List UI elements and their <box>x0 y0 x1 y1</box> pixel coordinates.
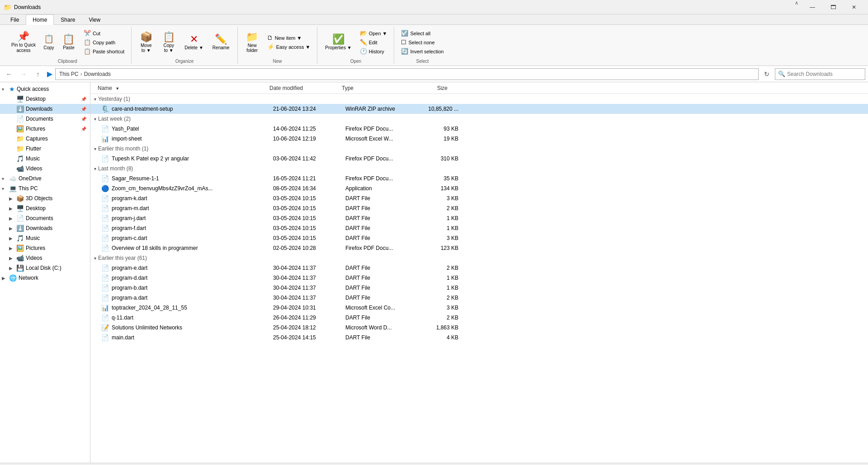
up-button[interactable]: ↑ <box>32 68 44 80</box>
pin-to-quick-access-button[interactable]: 📌 Pin to Quickaccess <box>7 28 40 57</box>
paste-button[interactable]: 📋 Paste <box>58 28 80 57</box>
view-large-button[interactable]: ⊞ <box>853 464 863 465</box>
sidebar-item-captures-qa[interactable]: 📁 Captures <box>0 134 90 144</box>
sidebar-item-network[interactable]: ▶ 🌐 Network <box>0 273 90 283</box>
select-none-button[interactable]: ☐ Select none <box>398 38 447 47</box>
sidebar-item-videos-pc[interactable]: ▶ 📹 Videos <box>0 253 90 263</box>
table-row[interactable]: 📄 q-11.dart 26-04-2024 11:29 DART File 2… <box>90 313 868 323</box>
sidebar-item-this-pc[interactable]: ▾ 💻 This PC <box>0 183 90 193</box>
file-name: program-k.dart <box>112 195 147 202</box>
view-details-button[interactable]: ☰ <box>841 464 851 465</box>
edit-button[interactable]: ✏️ Edit <box>357 38 391 47</box>
forward-button[interactable]: → <box>17 68 30 80</box>
properties-button[interactable]: ✅ Properties ▼ <box>321 28 355 57</box>
sidebar-item-documents-pc[interactable]: ▶ 📄 Documents <box>0 213 90 223</box>
col-header-name[interactable]: Name ▼ <box>94 83 266 93</box>
sidebar-item-downloads-pc[interactable]: ▶ ⬇️ Downloads <box>0 223 90 233</box>
sidebar-item-desktop-pc[interactable]: ▶ 🖥️ Desktop <box>0 203 90 213</box>
sidebar-item-documents-qa[interactable]: 📄 Documents 📌 <box>0 114 90 124</box>
table-row[interactable]: 🔵 Zoom_cm_foenvugMbs4zZ9vrZo4_mAs... 08-… <box>90 183 868 193</box>
new-label: New <box>241 58 314 64</box>
sidebar-item-pictures-qa[interactable]: 🖼️ Pictures 📌 <box>0 124 90 134</box>
col-header-size[interactable]: Size <box>410 83 451 93</box>
col-header-date[interactable]: Date modified <box>266 83 338 93</box>
clipboard-buttons: 📌 Pin to Quickaccess 📋 Copy 📋 Paste <box>7 27 127 58</box>
sidebar-item-local-disk[interactable]: ▶ 💾 Local Disk (C:) <box>0 263 90 273</box>
col-header-type[interactable]: Type <box>338 83 410 93</box>
table-row[interactable]: 📄 Overview of 18 skills in programmer 02… <box>90 243 868 253</box>
addressbar[interactable]: This PC › Downloads <box>55 68 759 80</box>
table-row[interactable]: 📄 program-m.dart 03-05-2024 10:15 DART F… <box>90 203 868 213</box>
tab-home[interactable]: Home <box>26 14 54 25</box>
table-row[interactable]: 📊 import-sheet 10-06-2024 12:19 Microsof… <box>90 134 868 144</box>
table-row[interactable]: 📄 program-d.dart 30-04-2024 11:37 DART F… <box>90 273 868 283</box>
file-name: q-11.dart <box>112 315 133 321</box>
sidebar-item-videos-qa[interactable]: 📹 Videos <box>0 164 90 174</box>
refresh-button[interactable]: ↻ <box>760 68 773 80</box>
table-row[interactable]: 📄 Tupesh K Patel exp 2 yr angular 03-06-… <box>90 154 868 164</box>
tab-share[interactable]: Share <box>54 14 82 25</box>
table-row[interactable]: 📝 Solutions Unlimited Networks 25-04-202… <box>90 323 868 333</box>
table-row[interactable]: 📄 program-a.dart 30-04-2024 11:37 DART F… <box>90 293 868 303</box>
copy-path-button[interactable]: 📋 Copy path <box>80 38 127 47</box>
cut-button[interactable]: ✂️ Cut <box>80 29 127 38</box>
delete-button[interactable]: ✕ Delete ▼ <box>180 28 208 57</box>
sidebar-item-downloads-qa[interactable]: ⬇️ Downloads 📌 <box>0 104 90 114</box>
quick-access-label: Quick access <box>17 86 86 92</box>
table-row[interactable]: 📄 Yash_Patel 14-06-2024 11:25 Firefox PD… <box>90 124 868 134</box>
new-group: 📁 Newfolder 🗋 New item ▼ ⚡ Easy access ▼… <box>238 27 318 64</box>
rename-button[interactable]: ✏️ Rename <box>208 28 234 57</box>
tab-file[interactable]: File <box>4 14 26 25</box>
sidebar-item-3d-objects[interactable]: ▶ 📦 3D Objects <box>0 193 90 203</box>
table-row[interactable]: 📄 program-b.dart 30-04-2024 11:37 DART F… <box>90 283 868 293</box>
file-date: 02-05-2024 10:28 <box>273 245 345 251</box>
paste-shortcut-button[interactable]: 📋 Paste shortcut <box>80 47 127 56</box>
qa-expand-icon: ▾ <box>2 87 7 92</box>
sidebar-item-pictures-pc[interactable]: ▶ 🖼️ Pictures <box>0 243 90 253</box>
file-name: program-d.dart <box>112 275 147 281</box>
table-row[interactable]: 📄 Sagar_Resume-1-1 16-05-2024 11:21 Fire… <box>90 174 868 183</box>
group-earlier-year[interactable]: ▾ Earlier this year (61) <box>90 253 868 263</box>
tab-view[interactable]: View <box>82 14 107 25</box>
group-yesterday[interactable]: ▾ Yesterday (1) <box>90 94 868 104</box>
copy-to-button[interactable]: 📋 Copyto ▼ <box>158 28 179 57</box>
open-label: Open <box>321 58 390 64</box>
group-last-month[interactable]: ▾ Last month (8) <box>90 164 868 174</box>
ribbon-collapse-btn[interactable]: ∧ <box>791 0 802 14</box>
easy-access-button[interactable]: ⚡ Easy access ▼ <box>264 42 314 52</box>
sidebar-item-desktop-qa[interactable]: 🖥️ Desktop 📌 <box>0 94 90 104</box>
new-item-button[interactable]: 🗋 New item ▼ <box>264 33 314 42</box>
sidebar-item-flutter-qa[interactable]: 📁 Flutter <box>0 144 90 154</box>
sidebar-item-quick-access[interactable]: ▾ ★ Quick access <box>0 84 90 94</box>
group-earlier-month[interactable]: ▾ Earlier this month (1) <box>90 144 868 154</box>
history-button[interactable]: 🕐 History <box>357 47 391 56</box>
file-date: 03-05-2024 10:15 <box>273 235 345 241</box>
table-row[interactable]: 📄 program-c.dart 03-05-2024 10:15 DART F… <box>90 233 868 243</box>
search-input[interactable] <box>787 71 862 77</box>
minimize-button[interactable]: — <box>802 0 823 14</box>
move-to-button[interactable]: 📦 Moveto ▼ <box>135 28 157 57</box>
table-row[interactable]: 🗜️ care-and-treatment-setup 21-06-2024 1… <box>90 104 868 114</box>
close-button[interactable]: ✕ <box>844 0 864 14</box>
location-arrow[interactable]: ▶ <box>46 70 53 78</box>
open-buttons: ✅ Properties ▼ 📂 Open ▼ ✏️ Edit 🕐 Histor… <box>321 27 390 58</box>
table-row[interactable]: 📄 program-k.dart 03-05-2024 10:15 DART F… <box>90 193 868 203</box>
group-last-week[interactable]: ▾ Last week (2) <box>90 114 868 124</box>
new-folder-button[interactable]: 📁 Newfolder <box>241 28 263 57</box>
table-row[interactable]: 📄 program-e.dart 30-04-2024 11:37 DART F… <box>90 263 868 273</box>
select-all-button[interactable]: ☑️ Select all <box>398 29 447 38</box>
table-row[interactable]: 📄 main.dart 25-04-2024 14:15 DART File 4… <box>90 333 868 343</box>
table-row[interactable]: 📄 program-j.dart 03-05-2024 10:15 DART F… <box>90 213 868 223</box>
table-row[interactable]: 📊 toptracker_2024_04_28_11_55 29-04-2024… <box>90 303 868 313</box>
invert-selection-button[interactable]: 🔄 Invert selection <box>398 47 447 56</box>
back-button[interactable]: ← <box>3 68 15 80</box>
new-buttons: 📁 Newfolder 🗋 New item ▼ ⚡ Easy access ▼ <box>241 27 314 58</box>
open-button[interactable]: 📂 Open ▼ <box>357 29 391 38</box>
file-name: program-e.dart <box>112 265 147 271</box>
maximize-button[interactable]: 🗖 <box>823 0 844 14</box>
copy-button[interactable]: 📋 <box>41 34 57 43</box>
table-row[interactable]: 📄 program-f.dart 03-05-2024 10:15 DART F… <box>90 223 868 233</box>
sidebar-item-onedrive[interactable]: ▾ ☁️ OneDrive <box>0 174 90 183</box>
sidebar-item-music-qa[interactable]: 🎵 Music <box>0 154 90 164</box>
sidebar-item-music-pc[interactable]: ▶ 🎵 Music <box>0 233 90 243</box>
